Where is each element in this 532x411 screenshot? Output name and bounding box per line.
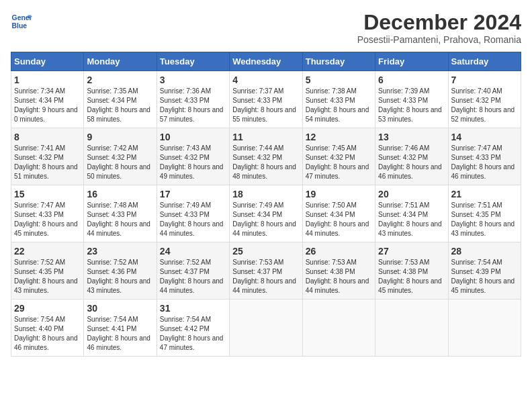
day-number: 4 (232, 75, 299, 85)
day-info: Sunrise: 7:35 AMSunset: 4:34 PMDaylight:… (87, 87, 150, 123)
day-info: Sunrise: 7:53 AMSunset: 4:38 PMDaylight:… (306, 259, 369, 294)
day-number: 7 (451, 75, 518, 85)
day-info: Sunrise: 7:40 AMSunset: 4:32 PMDaylight:… (451, 87, 515, 123)
day-info: Sunrise: 7:54 AMSunset: 4:42 PMDaylight:… (160, 316, 224, 351)
calendar-cell: 2Sunrise: 7:35 AMSunset: 4:34 PMDaylight… (84, 71, 157, 128)
weekday-header-tuesday: Tuesday (157, 52, 229, 71)
weekday-header-thursday: Thursday (302, 52, 375, 71)
day-number: 9 (87, 132, 153, 142)
calendar-cell: 18Sunrise: 7:49 AMSunset: 4:34 PMDayligh… (230, 185, 302, 242)
day-number: 14 (451, 132, 518, 142)
day-number: 2 (87, 75, 153, 85)
calendar-cell: 12Sunrise: 7:45 AMSunset: 4:32 PMDayligh… (302, 128, 375, 185)
day-number: 6 (378, 75, 445, 85)
calendar-cell: 15Sunrise: 7:47 AMSunset: 4:33 PMDayligh… (11, 185, 84, 242)
day-info: Sunrise: 7:36 AMSunset: 4:33 PMDaylight:… (160, 87, 224, 123)
calendar-week-1: 1Sunrise: 7:34 AMSunset: 4:34 PMDaylight… (11, 71, 521, 128)
calendar-cell: 27Sunrise: 7:53 AMSunset: 4:38 PMDayligh… (375, 242, 448, 300)
day-info: Sunrise: 7:54 AMSunset: 4:40 PMDaylight:… (14, 316, 78, 351)
day-info: Sunrise: 7:49 AMSunset: 4:34 PMDaylight:… (232, 201, 296, 237)
calendar-cell: 16Sunrise: 7:48 AMSunset: 4:33 PMDayligh… (84, 185, 157, 242)
calendar-week-2: 8Sunrise: 7:41 AMSunset: 4:32 PMDaylight… (11, 128, 521, 185)
calendar-cell: 30Sunrise: 7:54 AMSunset: 4:41 PMDayligh… (84, 300, 157, 357)
day-info: Sunrise: 7:45 AMSunset: 4:32 PMDaylight:… (306, 144, 369, 180)
day-info: Sunrise: 7:47 AMSunset: 4:33 PMDaylight:… (14, 201, 78, 237)
calendar-cell (375, 300, 448, 357)
day-info: Sunrise: 7:41 AMSunset: 4:32 PMDaylight:… (14, 144, 78, 180)
svg-text:Blue: Blue (12, 22, 28, 30)
day-info: Sunrise: 7:49 AMSunset: 4:33 PMDaylight:… (160, 201, 224, 237)
calendar-cell: 6Sunrise: 7:39 AMSunset: 4:33 PMDaylight… (375, 71, 448, 128)
day-info: Sunrise: 7:44 AMSunset: 4:32 PMDaylight:… (232, 144, 296, 180)
day-info: Sunrise: 7:43 AMSunset: 4:32 PMDaylight:… (160, 144, 224, 180)
day-number: 8 (14, 132, 81, 142)
day-number: 16 (87, 189, 153, 199)
calendar-week-3: 15Sunrise: 7:47 AMSunset: 4:33 PMDayligh… (11, 185, 521, 242)
day-number: 31 (160, 303, 226, 314)
calendar-cell: 19Sunrise: 7:50 AMSunset: 4:34 PMDayligh… (302, 185, 375, 242)
calendar-cell: 29Sunrise: 7:54 AMSunset: 4:40 PMDayligh… (11, 300, 84, 357)
calendar-cell: 5Sunrise: 7:38 AMSunset: 4:33 PMDaylight… (302, 71, 375, 128)
day-number: 11 (232, 132, 299, 142)
calendar-cell: 9Sunrise: 7:42 AMSunset: 4:32 PMDaylight… (84, 128, 157, 185)
weekday-header-friday: Friday (375, 52, 448, 71)
day-number: 5 (306, 75, 372, 85)
day-number: 15 (14, 189, 81, 199)
day-number: 28 (451, 246, 518, 257)
day-number: 22 (14, 246, 81, 257)
day-info: Sunrise: 7:54 AMSunset: 4:41 PMDaylight:… (87, 316, 150, 351)
calendar-cell: 25Sunrise: 7:53 AMSunset: 4:37 PMDayligh… (230, 242, 302, 300)
logo: General Blue (11, 11, 32, 32)
calendar-cell: 8Sunrise: 7:41 AMSunset: 4:32 PMDaylight… (11, 128, 84, 185)
day-info: Sunrise: 7:52 AMSunset: 4:35 PMDaylight:… (14, 259, 78, 294)
calendar-cell: 24Sunrise: 7:52 AMSunset: 4:37 PMDayligh… (157, 242, 229, 300)
calendar-cell (302, 300, 375, 357)
day-number: 17 (160, 189, 226, 199)
day-info: Sunrise: 7:47 AMSunset: 4:33 PMDaylight:… (451, 144, 515, 180)
calendar-cell (230, 300, 302, 357)
calendar-cell: 14Sunrise: 7:47 AMSunset: 4:33 PMDayligh… (448, 128, 521, 185)
day-number: 10 (160, 132, 226, 142)
day-info: Sunrise: 7:42 AMSunset: 4:32 PMDaylight:… (87, 144, 150, 180)
calendar-cell: 20Sunrise: 7:51 AMSunset: 4:34 PMDayligh… (375, 185, 448, 242)
day-info: Sunrise: 7:51 AMSunset: 4:34 PMDaylight:… (378, 201, 442, 237)
calendar-cell: 23Sunrise: 7:52 AMSunset: 4:36 PMDayligh… (84, 242, 157, 300)
calendar-cell: 7Sunrise: 7:40 AMSunset: 4:32 PMDaylight… (448, 71, 521, 128)
day-number: 13 (378, 132, 445, 142)
day-number: 20 (378, 189, 445, 199)
subtitle: Posestii-Pamanteni, Prahova, Romania (357, 34, 521, 45)
day-info: Sunrise: 7:53 AMSunset: 4:37 PMDaylight:… (232, 259, 296, 294)
calendar-cell: 31Sunrise: 7:54 AMSunset: 4:42 PMDayligh… (157, 300, 229, 357)
day-info: Sunrise: 7:37 AMSunset: 4:33 PMDaylight:… (232, 87, 296, 123)
day-number: 27 (378, 246, 445, 257)
day-number: 24 (160, 246, 226, 257)
calendar-week-5: 29Sunrise: 7:54 AMSunset: 4:40 PMDayligh… (11, 300, 521, 357)
day-info: Sunrise: 7:39 AMSunset: 4:33 PMDaylight:… (378, 87, 442, 123)
calendar-cell: 17Sunrise: 7:49 AMSunset: 4:33 PMDayligh… (157, 185, 229, 242)
page-header: General Blue December 2024 Posestii-Pama… (11, 11, 521, 45)
weekday-header-wednesday: Wednesday (230, 52, 302, 71)
weekday-header-monday: Monday (84, 52, 157, 71)
calendar-cell: 28Sunrise: 7:54 AMSunset: 4:39 PMDayligh… (448, 242, 521, 300)
day-number: 19 (306, 189, 372, 199)
day-info: Sunrise: 7:50 AMSunset: 4:34 PMDaylight:… (306, 201, 369, 237)
main-title: December 2024 (357, 11, 521, 34)
day-number: 1 (14, 75, 81, 85)
calendar-cell: 11Sunrise: 7:44 AMSunset: 4:32 PMDayligh… (230, 128, 302, 185)
day-info: Sunrise: 7:54 AMSunset: 4:39 PMDaylight:… (451, 259, 515, 294)
calendar-week-4: 22Sunrise: 7:52 AMSunset: 4:35 PMDayligh… (11, 242, 521, 300)
day-info: Sunrise: 7:53 AMSunset: 4:38 PMDaylight:… (378, 259, 442, 294)
calendar-cell: 10Sunrise: 7:43 AMSunset: 4:32 PMDayligh… (157, 128, 229, 185)
day-number: 29 (14, 303, 81, 314)
weekday-header-saturday: Saturday (448, 52, 521, 71)
calendar-cell: 13Sunrise: 7:46 AMSunset: 4:32 PMDayligh… (375, 128, 448, 185)
day-info: Sunrise: 7:52 AMSunset: 4:37 PMDaylight:… (160, 259, 224, 294)
day-number: 30 (87, 303, 153, 314)
calendar-cell: 1Sunrise: 7:34 AMSunset: 4:34 PMDaylight… (11, 71, 84, 128)
calendar-table: SundayMondayTuesdayWednesdayThursdayFrid… (11, 52, 521, 357)
day-info: Sunrise: 7:38 AMSunset: 4:33 PMDaylight:… (306, 87, 369, 123)
day-info: Sunrise: 7:52 AMSunset: 4:36 PMDaylight:… (87, 259, 150, 294)
calendar-cell (448, 300, 521, 357)
day-info: Sunrise: 7:34 AMSunset: 4:34 PMDaylight:… (14, 87, 78, 123)
calendar-cell: 4Sunrise: 7:37 AMSunset: 4:33 PMDaylight… (230, 71, 302, 128)
